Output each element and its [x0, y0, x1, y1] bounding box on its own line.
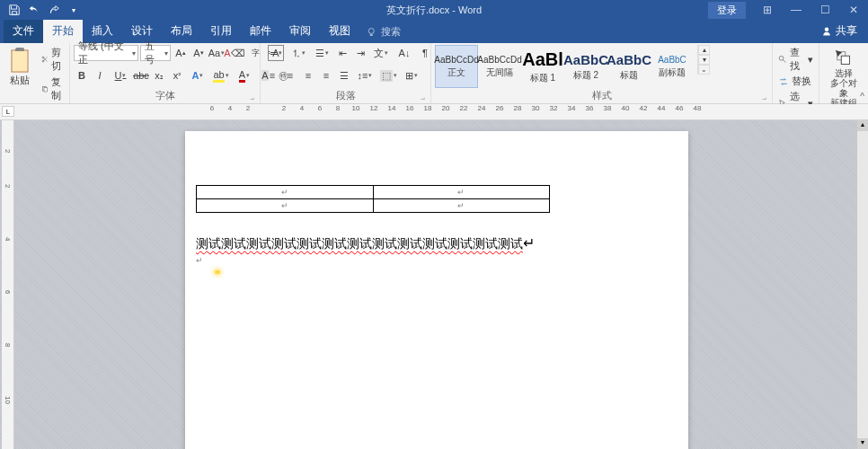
paste-button[interactable]: 粘贴 — [4, 45, 36, 89]
table-row[interactable]: ↵↵ — [197, 199, 550, 213]
replace-button[interactable]: 替换 — [776, 74, 815, 89]
close-icon[interactable]: ✕ — [839, 0, 868, 20]
align-center-button[interactable]: ≡ — [282, 67, 298, 84]
bullets-button[interactable]: ≔▾ — [264, 45, 286, 61]
strikethrough-button[interactable]: abc — [133, 67, 149, 84]
document-paragraph[interactable]: 测试测试测试测试测试测试测试测试测试测试测试测试测试↵ — [196, 234, 678, 252]
line-spacing-button[interactable]: ↕≡▾ — [354, 67, 376, 84]
highlight-button[interactable]: ab▾ — [210, 67, 232, 84]
justify-button[interactable]: ≡ — [318, 67, 334, 84]
style-标题 1[interactable]: AaBl标题 1 — [521, 45, 564, 88]
vertical-scrollbar[interactable]: ▴ ▾ — [857, 120, 868, 449]
copy-icon — [41, 84, 49, 94]
page[interactable]: ↵↵ ↵↵ 测试测试测试测试测试测试测试测试测试测试测试测试测试↵ ↵ — [185, 131, 688, 449]
bold-button[interactable]: B — [74, 67, 90, 84]
multilevel-button[interactable]: ☰▾ — [311, 45, 332, 61]
ruler-tick — [257, 104, 275, 119]
copy-button[interactable]: 复制 — [40, 75, 66, 103]
style-name-label: 正文 — [447, 66, 465, 79]
shading-button[interactable]: ⬚▾ — [377, 67, 399, 84]
scissors-icon — [41, 54, 49, 65]
cut-button[interactable]: 剪切 — [40, 45, 66, 74]
tab-review[interactable]: 审阅 — [280, 19, 320, 43]
styles-scroll-up[interactable]: ▴ — [698, 45, 710, 55]
increase-indent-button[interactable]: ⇥ — [352, 45, 368, 61]
table-cell[interactable]: ↵ — [373, 186, 550, 199]
style-标题[interactable]: AaBbC标题 — [607, 45, 651, 88]
redo-icon[interactable] — [45, 1, 63, 19]
menu-bar: 文件 开始 插入 设计 布局 引用 邮件 审阅 视图 搜索 共享 — [0, 20, 868, 43]
styles-scroll-down[interactable]: ▾ — [698, 55, 710, 65]
superscript-button[interactable]: x² — [169, 67, 185, 84]
ruler-tick: 46 — [670, 104, 688, 119]
svg-rect-4 — [13, 51, 27, 71]
tab-layout[interactable]: 布局 — [162, 19, 201, 43]
align-right-button[interactable]: ≡ — [300, 67, 316, 84]
shrink-font-button[interactable]: A▾ — [190, 45, 207, 61]
tell-me-search[interactable]: 搜索 — [359, 21, 408, 43]
insertion-point-highlight — [215, 270, 220, 274]
save-icon[interactable] — [5, 1, 23, 19]
select-objects-button[interactable]: 选择 多个对象 新建组 — [823, 45, 864, 108]
grow-font-button[interactable]: A▴ — [173, 45, 189, 61]
tab-view[interactable]: 视图 — [320, 19, 359, 43]
quick-access-toolbar: ▾ — [0, 1, 83, 19]
sort-button[interactable]: A↓ — [394, 45, 415, 61]
distribute-button[interactable]: ☰ — [336, 67, 352, 84]
numbering-button[interactable]: ⒈▾ — [288, 45, 309, 61]
style-正文[interactable]: AaBbCcDd正文 — [435, 45, 478, 88]
borders-button[interactable]: ⊞▾ — [401, 67, 422, 84]
minimize-icon[interactable]: — — [782, 0, 810, 20]
collapse-ribbon-icon[interactable]: ^ — [860, 92, 864, 101]
scroll-down-icon[interactable]: ▾ — [857, 438, 868, 449]
table-cell[interactable]: ↵ — [197, 186, 374, 199]
find-button[interactable]: 查找▾ — [776, 45, 815, 74]
ruler-tick: 40 — [616, 104, 634, 119]
tab-home[interactable]: 开始 — [43, 19, 83, 43]
share-button[interactable]: 共享 — [810, 19, 868, 43]
document-workspace[interactable]: 2246810 ↵↵ ↵↵ 测试测试测试测试测试测试测试测试测试测试测试测试测试… — [0, 120, 868, 449]
tab-file[interactable]: 文件 — [4, 19, 43, 43]
ruler-tick: 38 — [598, 104, 616, 119]
font-color-button[interactable]: A▾ — [234, 67, 255, 84]
ruler-vertical[interactable]: 2246810 — [2, 120, 14, 449]
replace-icon — [778, 76, 789, 87]
ruler-tick: 14 — [383, 104, 401, 119]
clear-format-button[interactable]: A⌫ — [226, 45, 243, 61]
text-direction-button[interactable]: 文▾ — [370, 45, 392, 61]
align-left-button[interactable]: ≡ — [264, 67, 280, 84]
qat-customize-icon[interactable]: ▾ — [65, 1, 83, 19]
ruler-tick: 36 — [580, 104, 598, 119]
font-size-combo[interactable]: 五号 — [140, 45, 171, 61]
tab-references[interactable]: 引用 — [201, 19, 241, 43]
style-无间隔[interactable]: AaBbCcDd无间隔 — [478, 45, 521, 88]
underline-button[interactable]: U▾ — [110, 67, 131, 84]
tab-mailings[interactable]: 邮件 — [241, 19, 280, 43]
login-button[interactable]: 登录 — [708, 2, 746, 19]
change-case-button[interactable]: Aa▾ — [208, 45, 225, 61]
ruler-tick: 4 — [293, 104, 311, 119]
maximize-icon[interactable]: ☐ — [810, 0, 839, 20]
subscript-button[interactable]: x₂ — [151, 67, 167, 84]
ruler-horizontal[interactable]: L 64224681012141618202224262830323436384… — [0, 104, 868, 120]
table-cell[interactable]: ↵ — [373, 199, 550, 213]
table-cell[interactable]: ↵ — [197, 199, 374, 213]
styles-expand[interactable]: ⌄ — [698, 65, 710, 75]
ruler-tick: 10 — [347, 104, 365, 119]
body-text[interactable]: 测试测试测试测试测试测试测试测试测试测试测试测试测试 — [196, 236, 523, 251]
tab-selector[interactable]: L — [2, 106, 14, 117]
group-label-paragraph: 段落 — [264, 89, 427, 103]
text-effects-button[interactable]: A▾ — [187, 67, 208, 84]
ruler-tick: 26 — [491, 104, 509, 119]
svg-point-1 — [825, 27, 829, 31]
undo-icon[interactable] — [25, 1, 43, 19]
font-name-combo[interactable]: 等线 (中文正 — [74, 45, 138, 61]
ribbon-options-icon[interactable]: ⊞ — [753, 0, 782, 20]
document-table[interactable]: ↵↵ ↵↵ — [196, 185, 550, 213]
style-标题 2[interactable]: AaBbC标题 2 — [564, 45, 607, 88]
italic-button[interactable]: I — [92, 67, 108, 84]
scroll-up-icon[interactable]: ▴ — [857, 120, 868, 131]
style-副标题[interactable]: AaBbC副标题 — [651, 45, 694, 88]
decrease-indent-button[interactable]: ⇤ — [334, 45, 350, 61]
table-row[interactable]: ↵↵ — [197, 186, 550, 199]
